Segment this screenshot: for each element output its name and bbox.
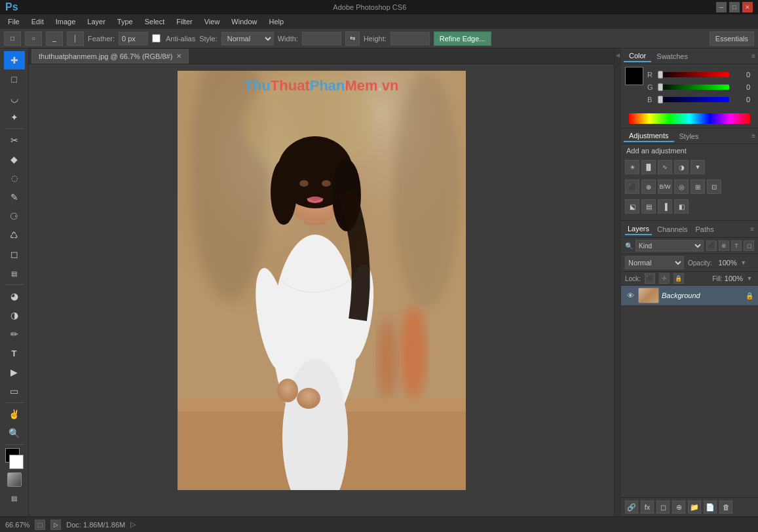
red-slider-track[interactable] — [658, 72, 729, 77]
blur-tool[interactable]: ◕ — [4, 287, 25, 305]
layers-kind-select[interactable]: Kind — [635, 240, 704, 252]
color-swatch[interactable] — [625, 67, 643, 85]
lock-pixels-icon[interactable]: ⬛ — [645, 273, 655, 284]
new-layer-btn[interactable]: 📄 — [704, 501, 717, 514]
colorbalance-adj-icon[interactable]: ⊕ — [641, 180, 656, 194]
lock-all-icon[interactable]: 🔒 — [673, 273, 684, 284]
path-select-tool[interactable]: ▶ — [4, 363, 25, 381]
blue-slider-track[interactable] — [658, 97, 729, 102]
crop-tool[interactable]: ✂ — [4, 131, 25, 149]
marquee-ellipse-btn[interactable]: ○ — [25, 31, 42, 46]
layers-tab[interactable]: Layers — [625, 223, 652, 235]
status-expand-btn[interactable]: ▷ — [130, 520, 136, 529]
fill-dropdown-icon[interactable]: ▼ — [745, 274, 754, 283]
link-layers-btn[interactable]: 🔗 — [625, 501, 638, 514]
height-input[interactable] — [390, 32, 430, 45]
antialias-checkbox[interactable] — [152, 34, 161, 43]
channels-tab[interactable]: Channels — [654, 224, 690, 235]
exposure-adj-icon[interactable]: ◑ — [674, 160, 689, 174]
col-marquee-btn[interactable]: │ — [67, 31, 84, 46]
lock-position-icon[interactable]: ✛ — [659, 273, 670, 284]
curves-adj-icon[interactable]: ∿ — [658, 160, 672, 174]
adjustments-tab[interactable]: Adjustments — [624, 130, 674, 142]
pen-tool[interactable]: ✏ — [4, 325, 25, 343]
doc-tab-close[interactable]: ✕ — [176, 52, 181, 60]
swap-dimensions-btn[interactable]: ⇆ — [345, 31, 360, 46]
swatches-tab[interactable]: Swatches — [651, 51, 693, 62]
menu-image[interactable]: Image — [50, 16, 81, 27]
new-group-btn[interactable]: 📁 — [688, 501, 701, 514]
photofilter-adj-icon[interactable]: ◎ — [674, 180, 689, 194]
opacity-dropdown-icon[interactable]: ▼ — [739, 258, 748, 267]
marquee-tool[interactable]: □ — [4, 70, 25, 88]
marquee-rect-btn[interactable]: □ — [4, 31, 21, 46]
layer-visibility-icon[interactable]: 👁 — [625, 290, 635, 301]
color-picker[interactable] — [4, 448, 25, 469]
type-tool[interactable]: T — [4, 344, 25, 362]
blue-slider-thumb[interactable] — [658, 96, 663, 104]
menu-select[interactable]: Select — [140, 16, 170, 27]
filter-shape-icon[interactable]: ◻ — [744, 240, 754, 251]
dodge-tool[interactable]: ◑ — [4, 306, 25, 324]
posterize-adj-icon[interactable]: ▤ — [641, 199, 656, 214]
background-color[interactable] — [9, 455, 24, 469]
quick-mask-btn[interactable] — [7, 472, 22, 487]
gradient-map-adj-icon[interactable]: ◧ — [674, 199, 689, 214]
lasso-tool[interactable]: ◡ — [4, 89, 25, 107]
layers-panel-menu[interactable]: ≡ — [750, 225, 754, 233]
close-btn[interactable]: ✕ — [742, 2, 753, 12]
shape-tool[interactable]: ▭ — [4, 382, 25, 400]
eyedropper-tool[interactable]: ◆ — [4, 150, 25, 168]
bw-adj-icon[interactable]: B/W — [658, 180, 672, 194]
zoom-tool[interactable]: 🔍 — [4, 424, 25, 442]
colorlookup-adj-icon[interactable]: ⊡ — [707, 180, 721, 194]
panel-collapse[interactable]: ◀ — [615, 48, 621, 516]
gradient-tool[interactable]: ▤ — [4, 264, 25, 282]
delete-layer-btn[interactable]: 🗑 — [719, 501, 732, 514]
screen-mode-btn[interactable]: ▤ — [4, 489, 25, 507]
maximize-btn[interactable]: □ — [729, 2, 740, 12]
width-input[interactable] — [302, 32, 341, 45]
refine-edge-btn[interactable]: Refine Edge... — [434, 31, 491, 46]
vibrance-adj-icon[interactable]: ▼ — [691, 160, 705, 174]
info-btn[interactable]: ▷ — [50, 520, 61, 530]
color-panel-menu[interactable]: ≡ — [751, 52, 755, 60]
menu-edit[interactable]: Edit — [26, 16, 49, 27]
green-slider-thumb[interactable] — [658, 83, 663, 91]
levels-adj-icon[interactable]: ▐▌ — [641, 160, 656, 174]
hsl-adj-icon[interactable]: ⬛ — [625, 180, 639, 194]
green-slider-track[interactable] — [658, 85, 729, 90]
row-marquee-btn[interactable]: ⎯ — [46, 31, 63, 46]
brush-tool[interactable]: ✎ — [4, 188, 25, 206]
quick-select-tool[interactable]: ✦ — [4, 108, 25, 126]
brightness-adj-icon[interactable]: ☀ — [625, 160, 639, 174]
menu-layer[interactable]: Layer — [82, 16, 111, 27]
menu-filter[interactable]: Filter — [171, 16, 197, 27]
minimize-btn[interactable]: ─ — [716, 2, 727, 12]
color-tab[interactable]: Color — [624, 50, 651, 62]
paths-tab[interactable]: Paths — [693, 224, 717, 235]
color-spectrum[interactable] — [629, 113, 750, 124]
menu-view[interactable]: View — [199, 16, 225, 27]
add-style-btn[interactable]: fx — [641, 501, 654, 514]
styles-tab[interactable]: Styles — [674, 131, 704, 142]
filter-type-icon[interactable]: T — [731, 240, 742, 251]
heal-tool[interactable]: ◌ — [4, 169, 25, 187]
red-slider-thumb[interactable] — [658, 71, 663, 79]
add-mask-btn[interactable]: ◻ — [656, 501, 670, 514]
eraser-tool[interactable]: ◻ — [4, 245, 25, 263]
clone-tool[interactable]: ⚆ — [4, 207, 25, 225]
menu-file[interactable]: File — [3, 16, 25, 27]
feather-input[interactable] — [119, 32, 148, 45]
document-tab[interactable]: thuthuatphanmem.jpg @ 66.7% (RGB/8#) ✕ — [31, 49, 189, 64]
new-fill-btn[interactable]: ⊕ — [672, 501, 685, 514]
channelmix-adj-icon[interactable]: ⊞ — [691, 180, 705, 194]
menu-type[interactable]: Type — [112, 16, 138, 27]
menu-help[interactable]: Help — [263, 16, 289, 27]
menu-window[interactable]: Window — [226, 16, 262, 27]
filter-pixel-icon[interactable]: ⬛ — [706, 240, 717, 251]
filter-adj-icon[interactable]: ⊕ — [719, 240, 729, 251]
blend-mode-select[interactable]: Normal Multiply Screen — [625, 256, 684, 269]
style-select[interactable]: Normal Fixed Ratio Fixed Size — [221, 32, 274, 45]
history-brush-tool[interactable]: ♺ — [4, 226, 25, 244]
